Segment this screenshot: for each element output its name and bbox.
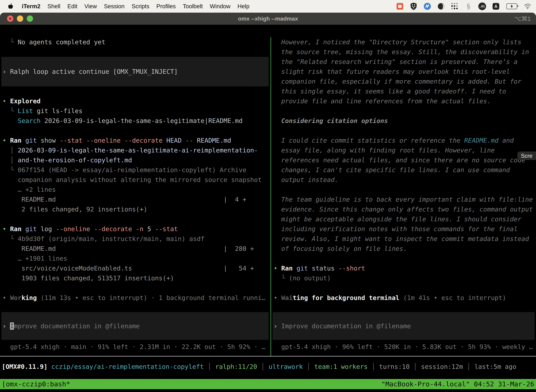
keyboard-layout-icon[interactable]: A xyxy=(492,2,500,10)
terminal-line: • Explored xyxy=(2,96,270,106)
terminal-line: changes, I can't cite specific file line… xyxy=(274,165,536,175)
menu-item[interactable]: Shell xyxy=(48,3,60,10)
terminal-line xyxy=(2,77,270,86)
terminal-line: └ 067f154 (HEAD -> essay/ai-reimplementa… xyxy=(2,165,270,175)
terminal-line xyxy=(274,254,536,263)
terminal-line: companion analysis without altering the … xyxy=(2,175,270,185)
apple-menu-icon[interactable] xyxy=(6,2,15,10)
terminal-line: └ No agents completed yet xyxy=(2,37,270,47)
terminal-line: README.md | 280 + xyxy=(2,244,270,254)
close-button[interactable] xyxy=(7,15,13,22)
dots-grid-icon[interactable] xyxy=(450,2,459,10)
window-title-bar[interactable]: omx --xhigh --madmax ⌥⌘1 xyxy=(0,13,536,25)
terminal-line: • Working (11m 13s • esc to interrupt) ·… xyxy=(2,293,270,303)
menu-item[interactable]: View xyxy=(84,3,97,10)
model-status-left: gpt-5.4 xhigh · main · 91% left · 2.31M … xyxy=(2,342,270,352)
iterm2-window: omx --xhigh --madmax ⌥⌘1 └ No agents com… xyxy=(0,13,536,392)
menu-item[interactable]: Profiles xyxy=(156,3,176,10)
terminal-pane-left[interactable]: └ No agents completed yet› Ralph loop ac… xyxy=(0,37,270,356)
terminal-line: 1903 files changed, 513517 insertions(+) xyxy=(2,273,270,283)
screen-sharing-popup[interactable]: Scre xyxy=(517,152,536,160)
terminal-line: evidence. Since this change only affects… xyxy=(274,205,536,214)
terminal-line: this single essay, it seems like a good … xyxy=(274,86,536,96)
menu-item-app-name[interactable]: iTerm2 xyxy=(22,3,40,10)
squiggle-icon[interactable]: § xyxy=(464,2,473,10)
terminal-line: • Ran git show --stat --oneline --decora… xyxy=(2,135,270,145)
omx-status-line: [OMX#0.11.9] cczip/essay/ai-reimplementa… xyxy=(2,362,516,372)
count-badge-icon[interactable]: ..61 xyxy=(478,2,486,10)
pane-divider[interactable] xyxy=(270,37,271,356)
model-status-right: gpt-5.4 xhigh · 96% left · 520K in · 5.8… xyxy=(274,342,536,352)
battery-icon[interactable] xyxy=(505,2,518,10)
terminal-line: … +1901 lines xyxy=(2,254,270,263)
terminal-line: I could cite commit statistics or refere… xyxy=(274,135,536,145)
terminal-line xyxy=(2,283,270,293)
terminal-line: │ and-the-erosion-of-copyleft.md xyxy=(2,155,270,165)
terminal-pane-right[interactable]: However, I noticed the "Directory Struct… xyxy=(271,37,536,356)
terminal-line: 2 files changed, 92 insertions(+) xyxy=(2,205,270,214)
terminal-line: Search 2026-03-09-is-legal-the-same-as-l… xyxy=(2,116,270,126)
terminal-line xyxy=(2,57,270,67)
horizontal-separator xyxy=(0,356,536,356)
menu-item[interactable]: Scripts xyxy=(132,3,149,10)
terminal-line: │ 2026-03-09-is-legal-the-same-as-legiti… xyxy=(2,145,270,155)
screen-sharing-popup-label: Scre xyxy=(521,153,532,159)
terminal-line: README.md | 4 + xyxy=(2,195,270,205)
terminal-line xyxy=(2,126,270,135)
menu-item[interactable]: Help xyxy=(237,3,249,10)
prompt-input-right-text: › Improve documentation in @filename xyxy=(273,322,411,330)
terminal-line: review. Also, I might want to inspect th… xyxy=(274,234,536,244)
window-shortcut-label: ⌥⌘1 xyxy=(515,15,531,22)
tmux-session-label: [omx-cczip0:bash* xyxy=(2,380,70,388)
terminal-line: provide file and line references from th… xyxy=(274,96,536,106)
menu-item[interactable]: Toolbelt xyxy=(183,3,203,10)
menu-item[interactable]: Window xyxy=(210,3,230,10)
terminal-line: src/voice/voiceModeEnabled.ts | 54 + xyxy=(2,263,270,273)
menu-item[interactable]: Session xyxy=(104,3,124,10)
tmux-status-bar[interactable]: [omx-cczip0:bash* "MacBook-Pro-44.local"… xyxy=(0,379,536,389)
tmux-host-clock-label: "MacBook-Pro-44.local" 04:52 31-Mar-26 xyxy=(381,380,534,388)
terminal-line: The team guideline is to back every impo… xyxy=(274,195,536,205)
prompt-input-left[interactable]: › Improve documentation in @filename xyxy=(1,312,269,340)
terminal-line: slight risk that future readers may over… xyxy=(274,67,536,77)
terminal-line xyxy=(2,47,270,57)
terminal-line: references need actual files, and since … xyxy=(274,155,536,165)
prompt-input-right[interactable]: › Improve documentation in @filename xyxy=(273,312,535,340)
macos-menu-bar: iTerm2 ShellEditViewSessionScriptsProfil… xyxy=(0,0,536,13)
window-title: omx --xhigh --madmax xyxy=(238,15,298,22)
terminal-line: companion file, especially if more comme… xyxy=(274,77,536,86)
zoom-button[interactable] xyxy=(27,15,33,22)
terminal-line: • Waiting for background terminal (1m 41… xyxy=(274,293,536,303)
terminal-line: Considering citation options xyxy=(274,116,536,126)
chat-app-icon[interactable] xyxy=(396,2,404,10)
right-pane-lines: However, I noticed the "Directory Struct… xyxy=(274,37,536,303)
prompt-input-left-text: › Improve documentation in @filename xyxy=(1,322,140,330)
menu-items: iTerm2 ShellEditViewSessionScriptsProfil… xyxy=(0,2,249,10)
terminal-line: … +2 lines xyxy=(2,185,270,195)
menu-bar-status-icons: § ..61 A xyxy=(396,2,536,10)
terminal-line: • Ran git log --oneline --decorate -n 5 … xyxy=(2,224,270,234)
terminal-line: essay file, along with finding root file… xyxy=(274,145,536,155)
menu-items-list: ShellEditViewSessionScriptsProfilesToolb… xyxy=(48,3,249,10)
shield-icon[interactable] xyxy=(409,2,418,10)
terminal-line: └ (no output) xyxy=(274,273,536,283)
minimize-button[interactable] xyxy=(17,15,23,22)
terminal-line: └ List git ls-files xyxy=(2,106,270,116)
terminal-line: of focusing solely on file lines. xyxy=(274,244,536,254)
terminal-line xyxy=(274,283,536,293)
left-pane-lines: └ No agents completed yet› Ralph loop ac… xyxy=(2,37,270,303)
bolt-app-icon[interactable] xyxy=(423,2,431,10)
terminal-line: output instead. xyxy=(274,175,536,185)
terminal-line: • Ran git status --short xyxy=(274,263,536,273)
menu-item[interactable]: Edit xyxy=(67,3,77,10)
terminal-line xyxy=(274,126,536,135)
traffic-lights xyxy=(7,15,33,22)
terminal-line xyxy=(2,86,270,96)
crescent-app-icon[interactable] xyxy=(437,2,445,10)
terminal-line xyxy=(2,214,270,224)
terminal-line: However, I noticed the "Directory Struct… xyxy=(274,37,536,47)
wifi-icon[interactable] xyxy=(523,2,532,10)
terminal-line xyxy=(274,185,536,195)
screen: iTerm2 ShellEditViewSessionScriptsProfil… xyxy=(0,0,536,392)
terminal-line: including verification notes with those … xyxy=(274,224,536,234)
